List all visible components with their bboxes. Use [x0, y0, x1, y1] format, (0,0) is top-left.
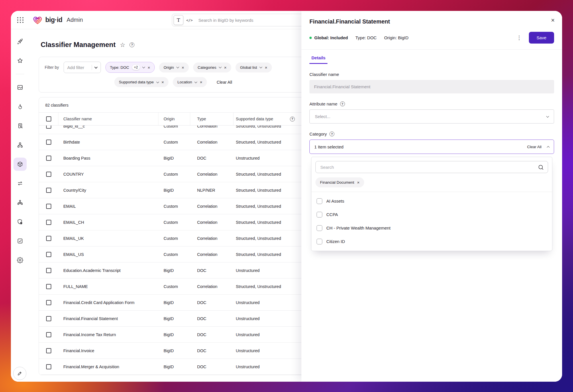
text-search-toggle[interactable]: T: [174, 15, 183, 25]
filter-chip[interactable]: Origin ×: [159, 62, 189, 72]
table-row[interactable]: Country/City BigID NLP/NER Structured, U…: [39, 182, 328, 198]
sidebar-item-favorites[interactable]: [13, 54, 27, 67]
row-checkbox[interactable]: [46, 126, 51, 129]
row-checkbox[interactable]: [46, 332, 51, 337]
table-row[interactable]: Birthdate Custom Correlation Structured,…: [39, 134, 328, 150]
table-row[interactable]: EMAIL_UK Custom Correlation Structured, …: [39, 230, 328, 246]
remove-filter-icon[interactable]: ×: [200, 80, 202, 84]
sidebar-item-reports[interactable]: [13, 119, 27, 132]
row-checkbox[interactable]: [46, 316, 51, 321]
sidebar-item-catalog-active[interactable]: [13, 158, 27, 171]
remove-filter-icon[interactable]: ×: [265, 65, 267, 70]
table-row[interactable]: FULL_NAME Custom Correlation Structured,…: [39, 279, 328, 295]
favorite-star-icon[interactable]: ☆: [120, 42, 125, 48]
table-row[interactable]: Education.Academic Transcript BigID DOC …: [39, 262, 328, 279]
column-header-type[interactable]: Type: [190, 113, 233, 125]
sidebar-item-getting-started[interactable]: [13, 35, 27, 48]
table-row[interactable]: Financial.Income Tax Return BigID DOC Un…: [39, 327, 328, 343]
sidebar-item-pipelines[interactable]: [13, 196, 27, 209]
filter-chip[interactable]: Global list ×: [236, 62, 272, 72]
category-multiselect[interactable]: 1 Item selected Clear All: [309, 140, 554, 154]
category-clear-all-button[interactable]: Clear All: [527, 145, 541, 149]
help-icon[interactable]: ?: [290, 117, 295, 121]
remove-filter-icon[interactable]: ×: [224, 65, 227, 70]
option-checkbox[interactable]: [317, 225, 322, 231]
table-row[interactable]: EMAIL Custom Correlation Structured, Uns…: [39, 198, 328, 214]
sidebar-item-data-flows[interactable]: [13, 177, 27, 190]
category-option[interactable]: Citizen ID: [315, 235, 548, 248]
table-row[interactable]: EMAIL_CH Custom Correlation Structured, …: [39, 214, 328, 230]
chevron-down-icon[interactable]: [219, 66, 222, 68]
row-checkbox[interactable]: [46, 300, 51, 305]
remove-filter-icon[interactable]: ×: [182, 65, 184, 70]
remove-category-icon[interactable]: ×: [357, 180, 360, 185]
help-icon[interactable]: ?: [329, 132, 334, 136]
table-row[interactable]: Financial.Financial Statement BigID DOC …: [39, 311, 328, 327]
row-checkbox[interactable]: [46, 268, 51, 273]
select-all-checkbox[interactable]: [46, 116, 51, 121]
category-search-input[interactable]: [320, 164, 535, 170]
option-checkbox[interactable]: [317, 198, 322, 204]
column-header-classifier-name[interactable]: Classifier name: [58, 113, 158, 125]
row-checkbox[interactable]: [46, 172, 51, 177]
category-option[interactable]: AI Assets: [315, 194, 548, 208]
chevron-down-icon[interactable]: [176, 66, 179, 68]
table-row[interactable]: Financial.Invoice BigID DOC Unstructured: [39, 343, 328, 359]
row-checkbox[interactable]: [46, 188, 51, 193]
global-search-bar[interactable]: T </>: [172, 14, 309, 26]
category-option[interactable]: CCPA: [315, 208, 548, 221]
table-body: Bigid_id__c Custom Correlation Structure…: [39, 126, 328, 375]
attribute-name-select[interactable]: Select...: [309, 109, 554, 124]
row-checkbox[interactable]: [46, 348, 51, 353]
help-icon[interactable]: ?: [340, 101, 345, 106]
table-row[interactable]: EMAIL_US Custom Correlation Structured, …: [39, 246, 328, 262]
row-checkbox[interactable]: [46, 204, 51, 209]
filter-chip[interactable]: Location ×: [173, 77, 207, 87]
remove-filter-icon[interactable]: ×: [148, 65, 150, 70]
close-icon[interactable]: ×: [551, 17, 555, 23]
category-search-box[interactable]: [315, 161, 548, 173]
table-row[interactable]: COUNTRY Custom Correlation Structured, U…: [39, 166, 328, 182]
filter-chip[interactable]: Categories ×: [193, 62, 231, 72]
column-header-origin[interactable]: Origin: [158, 113, 190, 125]
option-checkbox[interactable]: [317, 239, 322, 244]
save-button[interactable]: Save: [529, 32, 554, 44]
sidebar-item-classification[interactable]: [13, 138, 27, 152]
table-row[interactable]: Financial.Merger & Acquisition BigID DOC…: [39, 359, 328, 375]
row-checkbox[interactable]: [46, 284, 51, 289]
row-checkbox[interactable]: [46, 156, 51, 161]
row-checkbox[interactable]: [46, 236, 51, 241]
row-checkbox[interactable]: [46, 220, 51, 225]
chevron-down-icon[interactable]: [142, 66, 145, 68]
global-search-input[interactable]: [198, 17, 306, 23]
table-row[interactable]: Bigid_id__c Custom Correlation Structure…: [39, 126, 328, 134]
tab-details[interactable]: Details: [309, 55, 327, 64]
option-checkbox[interactable]: [317, 212, 322, 217]
table-row[interactable]: Boarding Pass BigID DOC Unstructured: [39, 150, 328, 166]
sidebar-item-settings[interactable]: [13, 254, 27, 267]
category-option[interactable]: CH - Private Wealth Management: [315, 221, 548, 235]
chevron-down-icon[interactable]: [156, 80, 159, 83]
sidebar-item-dashboard[interactable]: [13, 81, 27, 94]
chevron-down-icon[interactable]: [260, 66, 262, 68]
filter-chip[interactable]: Supported data type ×: [114, 77, 168, 87]
clear-all-filters-button[interactable]: Clear All: [217, 80, 232, 85]
row-checkbox[interactable]: [46, 364, 51, 369]
row-checkbox[interactable]: [46, 252, 51, 257]
page-help-icon[interactable]: ?: [129, 42, 134, 47]
app-launcher-grid-icon[interactable]: [17, 17, 24, 23]
row-checkbox[interactable]: [46, 140, 51, 145]
filter-chip[interactable]: Type: DOC +2 ×: [105, 62, 155, 73]
sidebar-item-policies[interactable]: [13, 215, 27, 228]
edit-fab-button[interactable]: [13, 367, 26, 380]
table-row[interactable]: Financial.Credit Card Application Form B…: [39, 295, 328, 311]
kebab-menu-icon[interactable]: ⋮: [515, 34, 523, 41]
sidebar-item-tasks[interactable]: [13, 234, 27, 248]
chevron-up-icon[interactable]: [547, 146, 550, 149]
query-search-toggle[interactable]: </>: [185, 18, 195, 22]
chevron-down-icon[interactable]: [195, 80, 197, 83]
remove-filter-icon[interactable]: ×: [162, 80, 164, 84]
add-filter-select[interactable]: Add filter: [64, 62, 101, 73]
sidebar-item-risk[interactable]: [13, 100, 27, 113]
selected-category-chip[interactable]: Financial Document ×: [315, 177, 364, 187]
